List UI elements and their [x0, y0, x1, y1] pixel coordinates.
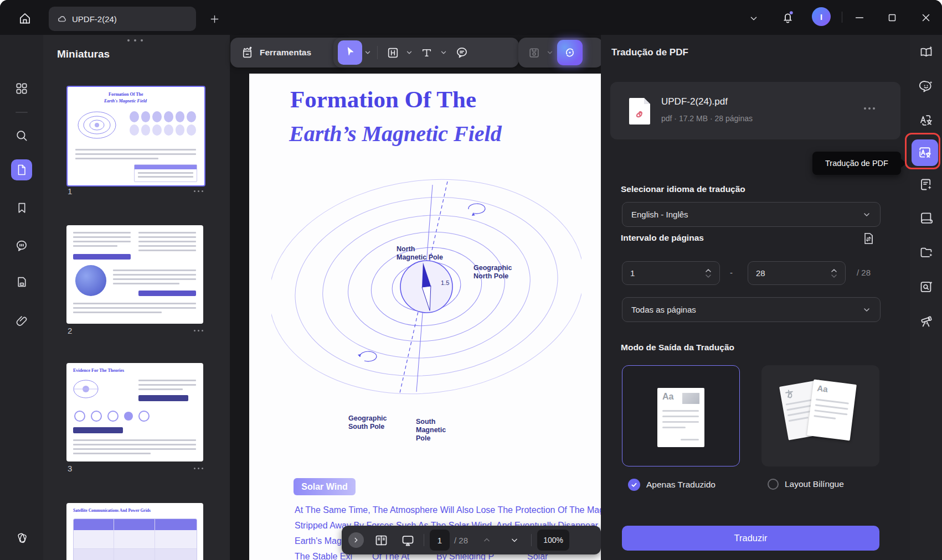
select-tool-dropdown[interactable] [362, 40, 373, 65]
mode-card-translated-only[interactable]: Aa [622, 365, 740, 466]
collapse-toolbar-button[interactable] [748, 12, 760, 24]
sidebar-item-ai-files[interactable] [919, 245, 934, 260]
updf-logo[interactable] [14, 531, 29, 545]
file-more-icon[interactable] [864, 107, 875, 110]
option1-label: Apenas Traduzido [646, 480, 715, 490]
stepper-icon[interactable] [705, 268, 712, 278]
bell-icon [780, 9, 795, 24]
stepper-icon[interactable] [831, 268, 837, 278]
title-bar: UPDF-2(24) I [0, 0, 942, 35]
radio-option-translated-only[interactable]: Apenas Traduzido [628, 479, 715, 491]
sidebar-item-attachments[interactable] [14, 313, 29, 328]
sidebar-item-translate-pdf-active[interactable] [912, 139, 938, 166]
ai-assistant-button[interactable] [557, 40, 583, 65]
file-icon [15, 275, 29, 289]
document-viewport[interactable]: Formation Of The Earth’s Magnetic Field [230, 35, 601, 560]
label-geo-south-pole: GeographicSouth Pole [348, 414, 387, 431]
tools-button[interactable]: Ferramentas [230, 38, 348, 68]
save-dropdown[interactable] [545, 40, 555, 65]
sidebar-item-menu[interactable] [14, 81, 29, 96]
maximize-button[interactable] [886, 12, 898, 24]
page-number-input[interactable]: 1 [430, 530, 450, 551]
radio-option-bilingual[interactable]: Layout Bilíngue [768, 479, 844, 490]
sidebar-item-ai-search[interactable] [919, 279, 934, 294]
heading-tool-dropdown[interactable] [404, 40, 415, 65]
sample-aa: Aa [817, 383, 828, 394]
sidebar-item-search[interactable] [14, 128, 29, 143]
home-button[interactable] [17, 11, 33, 26]
document-tab[interactable]: UPDF-2(24) [49, 7, 196, 31]
presenter-icon [400, 533, 415, 548]
doc-search-sparkle-icon [919, 279, 934, 294]
cloud-icon [57, 14, 67, 24]
thumb1-diagram [75, 108, 119, 142]
label-geo-north-pole: GeographicNorth Pole [473, 264, 512, 281]
pages-scope-select[interactable]: Todas as páginas [622, 297, 881, 322]
notifications-button[interactable] [780, 9, 795, 24]
zoom-value: 100% [543, 536, 563, 545]
comment-icon [14, 238, 29, 253]
sidebar-item-ai-chat[interactable] [919, 79, 934, 94]
panel-drag-handle[interactable] [127, 39, 143, 42]
thumbnail-page-4[interactable]: Satellite Communications And Power Grids [66, 503, 203, 560]
language-select[interactable]: English - Inglês [622, 202, 881, 227]
thumb3-caption-row: 3 [68, 464, 203, 473]
page-navigation-bar: 1 / 28 100% [342, 526, 601, 554]
close-button[interactable] [920, 12, 932, 24]
avatar[interactable]: I [812, 7, 831, 26]
mode2-preview-page-front: Aa [807, 380, 857, 441]
thumbnail-page-1[interactable]: Formation Of The Earth's Magnetic Field [66, 86, 205, 186]
thumb4-table [73, 518, 197, 560]
comment-bubble-icon [455, 45, 469, 60]
sidebar-item-dictionary[interactable] [919, 211, 934, 226]
more-icon[interactable] [194, 330, 203, 331]
heading-tool-button[interactable] [382, 40, 404, 65]
thumb2-caption-row: 2 [68, 326, 203, 335]
book-open-icon [374, 533, 389, 548]
thumbnail-page-3[interactable]: Evidence For The Theories [66, 363, 203, 462]
output-mode-label: Modo de Saída da Tradução [621, 343, 734, 352]
book-icon [919, 211, 934, 226]
sidebar-item-comments[interactable] [14, 238, 29, 253]
sidebar-item-thumbnails-active[interactable] [11, 159, 32, 180]
translate-pdf-icon [917, 145, 933, 160]
new-tab-button[interactable] [209, 13, 220, 25]
home-icon [18, 11, 32, 25]
mode1-preview-page: Aa [657, 388, 704, 447]
translate-button-label: Traduzir [734, 533, 768, 543]
translate-button[interactable]: Traduzir [622, 526, 879, 551]
radio-checked-icon [628, 479, 640, 491]
language-label: Selecionar idioma de tradução [621, 184, 745, 194]
sidebar-item-ai-read[interactable] [919, 45, 934, 60]
more-icon[interactable] [194, 468, 203, 469]
save-button-disabled[interactable] [523, 40, 545, 65]
comment-tool-button[interactable] [449, 40, 475, 65]
range-label: Intervalo de páginas [621, 233, 704, 243]
page-number: 3 [68, 464, 72, 473]
next-page-button[interactable] [503, 528, 526, 552]
sidebar-item-page-organize[interactable] [14, 274, 29, 289]
range-from-input[interactable]: 1 [622, 261, 720, 285]
previous-page-button[interactable] [476, 528, 498, 552]
sidebar-item-ai-summary[interactable] [919, 177, 934, 192]
text-tool-button[interactable] [415, 40, 438, 65]
sidebar-item-bookmarks[interactable] [14, 200, 29, 215]
presentation-mode-button[interactable] [394, 528, 421, 552]
reading-mode-button[interactable] [368, 528, 394, 552]
sidebar-item-translate-text[interactable] [919, 113, 934, 128]
doc-title-2: Earth’s Magnetic Field [289, 121, 502, 147]
sidebar-item-discover[interactable] [919, 314, 934, 329]
text-tool-dropdown[interactable] [438, 40, 449, 65]
select-tool-button-active[interactable] [338, 40, 362, 65]
tooltip-arrow [901, 159, 907, 168]
titlebar-divider [842, 12, 842, 23]
range-to-input[interactable]: 28 [748, 261, 846, 285]
thumbnail-page-2[interactable] [66, 225, 203, 324]
mode-card-bilingual[interactable]: Aa [761, 365, 879, 466]
expand-bar-button[interactable] [348, 532, 364, 548]
book-sparkle-icon [919, 45, 934, 60]
minimize-button[interactable] [853, 12, 866, 24]
range-sync-icon[interactable] [859, 230, 877, 247]
zoom-level-control[interactable]: 100% [537, 530, 569, 551]
more-icon[interactable] [194, 190, 203, 192]
